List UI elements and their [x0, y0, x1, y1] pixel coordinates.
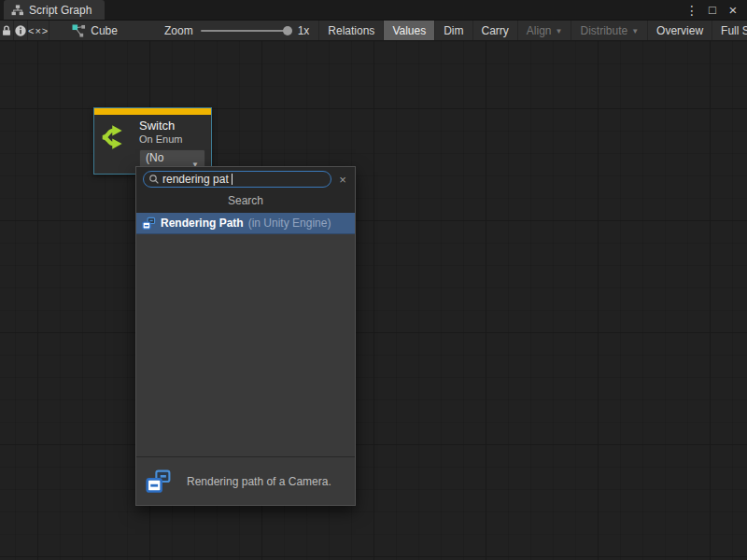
- info-button[interactable]: [14, 21, 28, 40]
- finder-search-row: rendering pat ×: [136, 167, 355, 191]
- tab-script-graph[interactable]: Script Graph: [4, 0, 105, 20]
- info-icon: [14, 24, 27, 37]
- distribute-button[interactable]: Distribute ▼: [571, 21, 648, 40]
- carry-button[interactable]: Carry: [473, 21, 518, 40]
- graph-toolbar: <×> Cube Zoom 1x Relations Values Dim Ca…: [0, 21, 747, 41]
- window-menu-icon[interactable]: ⋮: [684, 2, 700, 19]
- fullscreen-button[interactable]: Full Screen: [712, 21, 747, 40]
- overview-button[interactable]: Overview: [648, 21, 712, 40]
- dim-button[interactable]: Dim: [435, 21, 472, 40]
- zoom-value: 1x: [298, 24, 310, 37]
- graph-node-icon: [72, 24, 86, 37]
- tabbar-spacer: [105, 0, 684, 20]
- graph-canvas[interactable]: Switch On Enum (No Type) ▼ rendering pat…: [0, 41, 747, 560]
- fuzzy-finder-popup: rendering pat × Search Rendering Path (i…: [135, 166, 356, 506]
- window-controls: ⋮ □ ×: [684, 0, 747, 20]
- result-row-rendering-path[interactable]: Rendering Path (in Unity Engine): [136, 213, 355, 234]
- relations-button[interactable]: Relations: [318, 21, 384, 40]
- tab-bar: Script Graph ⋮ □ ×: [0, 0, 747, 21]
- switch-branch-icon: [100, 121, 132, 153]
- align-button[interactable]: Align ▼: [518, 21, 572, 40]
- chevron-down-icon: ▼: [631, 28, 639, 35]
- zoom-label: Zoom: [164, 24, 193, 37]
- lock-button[interactable]: [0, 21, 14, 40]
- finder-header: Search: [136, 191, 355, 213]
- maximize-icon[interactable]: □: [704, 2, 721, 19]
- result-context: (in Unity Engine): [248, 217, 331, 230]
- code-view-button[interactable]: <×>: [28, 21, 49, 40]
- values-button[interactable]: Values: [384, 21, 435, 40]
- zoom-cluster: Zoom 1x: [127, 21, 318, 40]
- chevron-down-icon: ▼: [556, 28, 563, 35]
- finder-result-list: Rendering Path (in Unity Engine): [136, 213, 355, 456]
- search-icon: [148, 174, 160, 185]
- close-icon[interactable]: ×: [725, 2, 741, 19]
- toolbar-right-group: Relations Values Dim Carry Align ▼ Distr…: [318, 21, 747, 40]
- graph-breadcrumb[interactable]: Cube: [63, 21, 127, 40]
- zoom-slider-handle[interactable]: [283, 26, 292, 35]
- clear-search-icon[interactable]: ×: [335, 173, 350, 187]
- search-input[interactable]: rendering pat: [143, 171, 331, 188]
- enum-icon-large: [146, 469, 172, 495]
- search-input-value: rendering pat: [162, 173, 229, 186]
- finder-footer: Rendering path of a Camera.: [136, 457, 355, 505]
- node-header-bar: [94, 108, 211, 115]
- node-title: Switch: [139, 119, 205, 133]
- node-subtitle: On Enum: [139, 133, 205, 146]
- text-caret: [232, 174, 233, 185]
- switch-node[interactable]: Switch On Enum (No Type) ▼: [93, 107, 212, 175]
- lock-icon: [0, 24, 13, 37]
- graph-hierarchy-icon: [11, 5, 24, 16]
- graph-name: Cube: [91, 24, 118, 37]
- zoom-slider[interactable]: [201, 30, 290, 32]
- code-icon: <×>: [28, 25, 49, 36]
- tab-title: Script Graph: [29, 4, 92, 17]
- result-name: Rendering Path: [161, 217, 244, 230]
- enum-icon: [142, 217, 156, 231]
- result-description: Rendering path of a Camera.: [187, 475, 331, 488]
